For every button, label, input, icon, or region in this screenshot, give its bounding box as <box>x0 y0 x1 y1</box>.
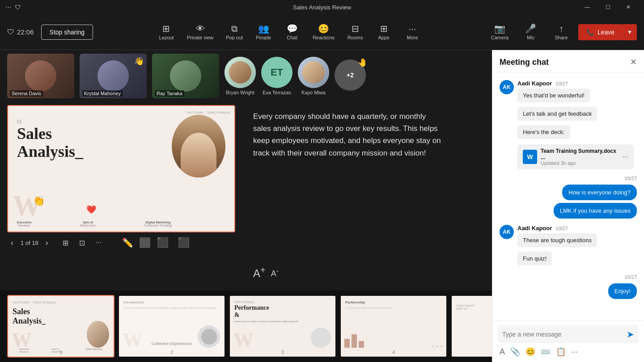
reactions-button[interactable]: 😊 Reactions <box>307 21 340 43</box>
people-label: People <box>256 35 271 40</box>
thumbnail-2[interactable]: Introduction Lorem ipsum dolor sit amet … <box>118 295 225 358</box>
attach-file-button[interactable]: 📎 <box>508 346 522 358</box>
increase-text-button[interactable]: A+ <box>253 265 266 280</box>
chat-footer: ➤ A 📎 😊 ⌨️ 📋 ··· <box>492 320 644 362</box>
share-label: Share <box>555 35 568 40</box>
stop-sharing-button[interactable]: Stop sharing <box>41 25 93 40</box>
format-text-button[interactable]: A <box>498 346 507 358</box>
grid-view-button[interactable]: ⊞ <box>59 237 72 249</box>
timer-display: 🛡 22:06 <box>7 28 34 36</box>
hand-raised-icon: 🤚 <box>358 58 368 67</box>
chat-message-input[interactable] <box>502 331 625 338</box>
avatar-aadi-1: AK <box>500 80 514 94</box>
prev-slide-button[interactable]: ‹ <box>7 236 17 249</box>
leave-button[interactable]: 📞 Leave <box>578 24 623 40</box>
avatar-circle-eva: ET <box>261 57 292 88</box>
participant-name-serena: Serena Davis <box>10 90 43 97</box>
slide-description-area: Every company should have a quarterly, o… <box>246 101 492 290</box>
thumbnail-1[interactable]: VanTroster Sales Analysis SalesAnalysis_… <box>7 295 114 358</box>
slide-brand: VanTroster <box>186 110 204 114</box>
popout-button[interactable]: ⧉ Pop out <box>220 21 248 43</box>
layout-button[interactable]: ⊞ Layout <box>153 21 180 43</box>
marker-tool-button[interactable]: ⬛ <box>175 235 192 250</box>
thumbnail-5[interactable]: Fabrikam -VanArsdel Lorem ipsumdolor sit… <box>451 295 492 358</box>
more-button[interactable]: ··· More <box>399 21 426 43</box>
apps-button[interactable]: ⊞ Apps <box>370 21 397 43</box>
share-button[interactable]: ↑ Share <box>548 21 575 43</box>
camera-button[interactable]: 📷 Camera <box>486 21 514 43</box>
rooms-icon: ⊟ <box>352 24 359 33</box>
window-title: Sales Analysis Review <box>293 4 351 11</box>
msg-file-1[interactable]: W Team Training Summary.docx ... Updated… <box>517 144 634 169</box>
shield-icon-toolbar: 🛡 <box>7 28 14 36</box>
message-row-1: AK Aadi Kapoor 10/27 Yes that'd be wonde… <box>500 80 637 169</box>
avatar-circle-bryan <box>225 57 256 88</box>
message-body-2: Aadi Kapoor 10/27 These are tough questi… <box>517 225 637 268</box>
participant-avatar-plus[interactable]: 🤚 +2 <box>335 59 366 93</box>
plus-bubble: 🤚 +2 <box>335 59 366 91</box>
sent-bubble-1a: How is everyone doing? <box>562 185 637 200</box>
participant-name-krystal: Krystal Mahoney <box>82 90 123 97</box>
thumbnail-3[interactable]: Sales Analysis Performance& Lorem ipsum … <box>229 295 336 358</box>
decrease-text-button[interactable]: A- <box>271 267 279 278</box>
slide-navigation: ‹ 1 of 18 › ⊞ ⊡ ··· ✏️ ⬛ ⬛ <box>7 232 239 253</box>
slide-footer: Executive Reviews Sale of Electronics Di… <box>17 221 172 227</box>
next-slide-button[interactable]: › <box>42 236 52 249</box>
slide-frame: VanTroster Sales Analysis 01 Sales Analy… <box>7 105 235 232</box>
mic-button[interactable]: 🎤 Mic <box>517 21 544 43</box>
private-view-label: Private view <box>187 35 213 40</box>
avatar-name-bryan: Bryan Wright <box>226 90 254 95</box>
sticker-button[interactable]: 📋 <box>554 346 568 358</box>
chat-close-button[interactable]: ✕ <box>630 57 637 67</box>
msg-time-1: 10/27 <box>555 81 568 86</box>
nav-more-button[interactable]: ··· <box>92 237 105 248</box>
apps-label: Apps <box>378 35 390 40</box>
sent-bubble-1b: LMK if you have any issues <box>554 203 637 219</box>
people-button[interactable]: 👥 People <box>250 21 277 43</box>
msg-bubble-1b: Let's talk and get feedback <box>517 107 597 121</box>
thumb-num-4: 4 <box>392 349 395 355</box>
private-view-button[interactable]: 👁 Private view <box>182 21 219 43</box>
people-icon: 👥 <box>258 24 269 33</box>
slide-main: VanTroster Sales Analysis 01 Sales Analy… <box>0 101 246 290</box>
leave-dropdown-button[interactable]: ▼ <box>623 24 637 40</box>
sent-time-2: 10/27 <box>624 274 637 280</box>
left-area: Serena Davis 👋 Krystal Mahoney Ray Tanak… <box>0 50 492 362</box>
message-body-1: Aadi Kapoor 10/27 Yes that'd be wonderfu… <box>517 80 637 169</box>
thumb-bg-2: Introduction Lorem ipsum dolor sit amet … <box>119 296 225 357</box>
file-more-button[interactable]: ··· <box>623 153 628 161</box>
avatar-name-kayo: Kayo Miwa <box>301 90 326 95</box>
sent-time-1: 10/27 <box>624 176 637 181</box>
fit-view-button[interactable]: ⊡ <box>76 237 89 249</box>
more-icon: ··· <box>409 24 416 33</box>
leave-label: Leave <box>597 29 614 36</box>
footer-item-2: Sale of Electronics <box>80 221 95 227</box>
chat-messages: AK Aadi Kapoor 10/27 Yes that'd be wonde… <box>492 73 644 320</box>
gif-button[interactable]: ⌨️ <box>539 346 552 358</box>
eraser-tool-button[interactable] <box>140 237 150 248</box>
menu-dots[interactable]: ··· <box>5 3 11 11</box>
highlight-tool-button[interactable]: ⬛ <box>154 235 171 250</box>
send-message-button[interactable]: ➤ <box>627 329 634 340</box>
sender-name-2: Aadi Kapoor <box>517 225 552 232</box>
popout-icon: ⧉ <box>231 24 237 33</box>
rooms-button[interactable]: ⊟ Rooms <box>342 21 369 43</box>
footer-item-3: Digital Marketing Consumer Trending <box>144 221 172 227</box>
thumbnail-4[interactable]: Partnership Lorem ipsum dolor sit amet c… <box>340 295 447 358</box>
toolbar: 🛡 22:06 Stop sharing ⊞ Layout 👁 Private … <box>0 14 644 50</box>
chat-button[interactable]: 💬 Chat <box>279 21 305 43</box>
plus-count: +2 <box>347 72 354 79</box>
close-button[interactable]: ✕ <box>618 0 639 14</box>
msg-bubble-1a: Yes that'd be wonderful! <box>517 88 590 102</box>
shield-icon: 🛡 <box>15 4 21 11</box>
pen-tool-button[interactable]: ✏️ <box>119 236 136 250</box>
maximize-button[interactable]: ☐ <box>597 0 618 14</box>
clapping-emoji: 👏 <box>33 195 45 207</box>
minimize-button[interactable]: — <box>577 0 597 14</box>
slide-section: Sales Analysis <box>207 110 230 114</box>
rooms-label: Rooms <box>347 35 363 40</box>
file-name: Team Training Summary.docx ... <box>541 148 619 160</box>
emoji-button[interactable]: 😊 <box>524 346 537 358</box>
more-tools-button[interactable]: ··· <box>569 346 580 358</box>
footer-item-1: Executive Reviews <box>17 221 32 227</box>
